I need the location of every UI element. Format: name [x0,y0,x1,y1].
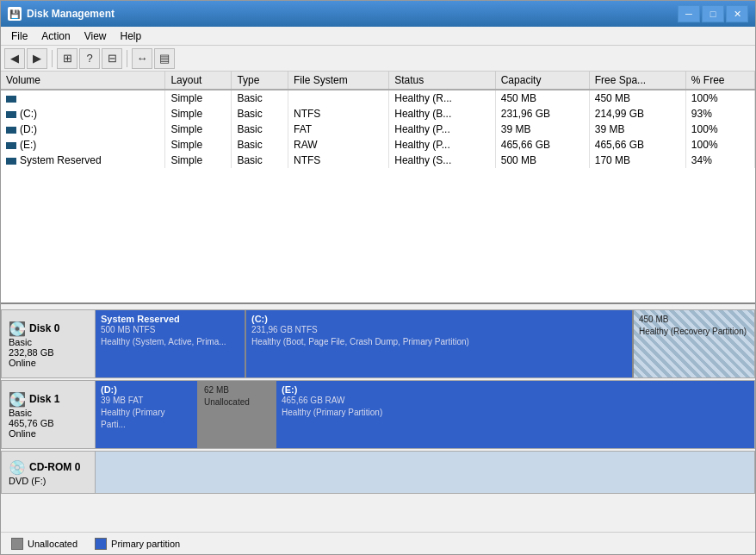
disk0-status: Online [9,358,88,368]
disk1-size: 465,76 GB [9,418,88,428]
cdrom0-type: DVD (F:) [9,476,88,486]
menu-file[interactable]: File [4,28,34,44]
disk-panels: 💽 Disk 0 Basic 232,88 GB Online System R… [1,304,755,532]
table-row[interactable]: (C:) Simple Basic NTFS Healthy (B... 231… [1,106,755,122]
partition-d[interactable]: (D:) 39 MB FAT Healthy (Primary Parti... [96,381,199,448]
table-row[interactable]: Simple Basic Healthy (R... 450 MB 450 MB… [1,90,755,106]
menu-help[interactable]: Help [114,28,149,44]
window-icon: 💾 [8,7,22,21]
legend-bar: Unallocated Primary partition [1,532,755,554]
forward-button[interactable]: ▶ [27,48,47,69]
menu-view[interactable]: View [77,28,114,44]
menu-bar: File Action View Help [1,27,755,46]
col-status[interactable]: Status [389,72,495,90]
menu-action[interactable]: Action [34,28,77,44]
drive-icon [6,111,16,118]
disk0-row: 💽 Disk 0 Basic 232,88 GB Online System R… [1,309,755,378]
close-button[interactable]: ✕ [726,5,748,22]
table-row[interactable]: System Reserved Simple Basic NTFS Health… [1,153,755,168]
partition-e[interactable]: (E:) 465,66 GB RAW Healthy (Primary Part… [276,381,754,448]
table-row[interactable]: (E:) Simple Basic RAW Healthy (P... 465,… [1,137,755,153]
view-button[interactable]: ▤ [154,48,175,69]
disk1-partitions: (D:) 39 MB FAT Healthy (Primary Parti...… [96,380,755,449]
disk0-name: Disk 0 [29,322,59,334]
drive-icon [6,96,16,103]
drive-icon [6,142,16,149]
partition-unallocated[interactable]: 62 MB Unallocated [199,381,276,448]
cdrom0-label: 💿 CD-ROM 0 DVD (F:) [1,451,96,494]
collapse-button[interactable]: ⊟ [102,48,122,69]
title-bar: 💾 Disk Management ─ □ ✕ [1,1,755,27]
main-window: 💾 Disk Management ─ □ ✕ File Action View… [0,0,756,555]
col-volume[interactable]: Volume [1,72,165,90]
disk1-name: Disk 1 [29,393,59,405]
col-layout[interactable]: Layout [165,72,232,90]
disk0-type: Basic [9,337,88,347]
col-freespace[interactable]: Free Spa... [589,72,685,90]
cdrom0-row: 💿 CD-ROM 0 DVD (F:) [1,451,755,494]
legend-unallocated-box [11,538,23,550]
legend-primary-label: Primary partition [111,539,180,549]
disk1-status: Online [9,428,88,439]
disk0-partitions: System Reserved 500 MB NTFS Healthy (Sys… [96,309,755,378]
window-title: Disk Management [27,8,678,20]
partition-c[interactable]: (C:) 231,96 GB NTFS Healthy (Boot, Page … [246,310,634,377]
minimize-button[interactable]: ─ [678,5,700,22]
drive-icon [6,158,16,165]
cdrom0-area [96,451,755,494]
drive-icon [6,127,16,134]
help-button[interactable]: ? [79,48,100,69]
disk1-row: 💽 Disk 1 Basic 465,76 GB Online (D:) 39 … [1,380,755,449]
legend-unallocated-label: Unallocated [28,539,77,549]
col-pctfree[interactable]: % Free [685,72,754,90]
col-capacity[interactable]: Capacity [495,72,589,90]
expand-button[interactable]: ↔ [132,48,152,69]
disk1-label: 💽 Disk 1 Basic 465,76 GB Online [1,380,96,449]
cdrom0-name: CD-ROM 0 [29,461,80,473]
volume-table: Volume Layout Type File System Status Ca… [1,72,755,168]
disk0-label: 💽 Disk 0 Basic 232,88 GB Online [1,309,96,378]
partition-recovery[interactable]: 450 MB Healthy (Recovery Partition) [634,310,754,377]
col-type[interactable]: Type [232,72,288,90]
partition-system-reserved[interactable]: System Reserved 500 MB NTFS Healthy (Sys… [96,310,246,377]
legend-primary: Primary partition [95,538,180,550]
show-grid-button[interactable]: ⊞ [57,48,77,69]
toolbar-sep-1 [52,50,53,67]
volume-table-area: Volume Layout Type File System Status Ca… [1,72,755,304]
table-row[interactable]: (D:) Simple Basic FAT Healthy (P... 39 M… [1,122,755,137]
toolbar-sep-2 [127,50,127,67]
col-filesystem[interactable]: File System [288,72,388,90]
toolbar: ◀ ▶ ⊞ ? ⊟ ↔ ▤ [1,46,755,72]
main-content: Volume Layout Type File System Status Ca… [1,72,755,554]
maximize-button[interactable]: □ [702,5,724,22]
disk0-size: 232,88 GB [9,347,88,358]
legend-primary-box [95,538,107,550]
back-button[interactable]: ◀ [4,48,25,69]
title-controls: ─ □ ✕ [678,5,748,22]
legend-unallocated: Unallocated [11,538,77,550]
disk1-type: Basic [9,408,88,418]
